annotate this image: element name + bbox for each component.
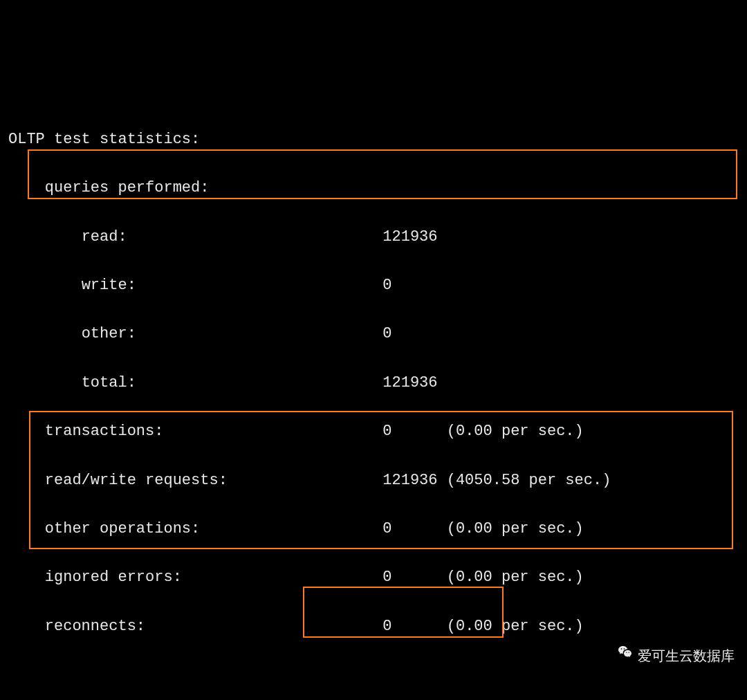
rw-label: read/write requests: [45,472,228,489]
read-label: read: [82,228,127,246]
reconnects-value: 0 [382,618,391,635]
ignored-value: 0 [382,569,391,586]
transactions-rate: (0.00 per sec.) [447,423,584,440]
otherops-label: other operations: [45,520,200,537]
rw-value: 121936 [382,472,437,489]
wechat-icon [617,644,634,667]
other-label: other: [82,325,136,342]
otherops-rate: (0.00 per sec.) [447,520,584,537]
oltp-header: OLTP test statistics: [8,131,200,148]
ignored-rate: (0.00 per sec.) [447,569,584,586]
watermark-text: 爱可生云数据库 [638,645,735,667]
watermark: 爱可生云数据库 [617,644,735,667]
reconnects-rate: (0.00 per sec.) [447,618,584,635]
transactions-value: 0 [382,423,391,440]
terminal-output: OLTP test statistics: queries performed:… [8,103,739,700]
rw-rate: (4050.58 per sec.) [447,472,611,489]
ignored-label: ignored errors: [45,569,182,586]
read-value: 121936 [382,228,437,246]
other-value: 0 [382,325,391,342]
total-value: 121936 [382,374,437,392]
queries-header: queries performed: [45,179,210,196]
write-label: write: [82,277,136,294]
write-value: 0 [382,277,391,294]
otherops-value: 0 [382,520,391,537]
reconnects-label: reconnects: [45,618,145,635]
total-label: total: [82,374,136,392]
transactions-label: transactions: [45,423,164,440]
